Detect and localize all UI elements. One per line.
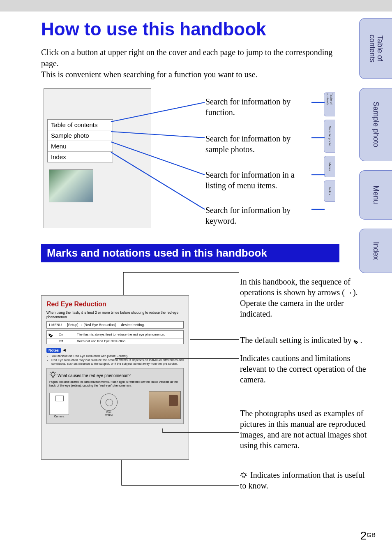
svg-point-9	[242, 473, 246, 477]
sample-page-title: Red Eye Reduction	[46, 301, 184, 308]
mock-menu-item-index: Index	[48, 152, 113, 162]
page-number-value: 2	[360, 529, 367, 542]
sample-manual-page: Red Eye Reduction When using the flash, …	[41, 295, 189, 460]
bulb-icon	[49, 371, 57, 378]
caption-eye: Eye	[100, 411, 118, 414]
tip-text: Pupils become dilated in dark environmen…	[49, 380, 181, 387]
page-number-suffix: GB	[367, 531, 376, 538]
mock-menu-item-menu: Menu	[48, 141, 113, 152]
note-1: You cannot use Red Eye Reduction with [S…	[51, 354, 184, 358]
camera-icon	[49, 393, 69, 415]
tip-title: What causes the red-eye phenomenon?	[49, 371, 181, 378]
note-2: Red Eye Reduction may not produce the de…	[51, 358, 184, 366]
note-default-setting: The default setting is indicated by .	[240, 335, 371, 345]
checkmark-icon	[48, 331, 55, 337]
mock-sample-photo-thumbnail	[49, 169, 93, 202]
tip-image-row: Camera EyeRetina	[49, 389, 181, 421]
diagram-label-function: Search for information by function.	[205, 97, 312, 118]
row-off-desc: Does not use Red Eye Reduction.	[75, 338, 184, 344]
sample-step-box: 1 MENU → [Setup] → [Red Eye Reduction] →…	[46, 321, 184, 329]
row-on-label: On	[57, 331, 75, 338]
page-title: How to use this handbook	[41, 19, 371, 39]
caption-retina: Retina	[100, 414, 118, 417]
sample-page-desc: When using the flash, it is fired 2 or m…	[46, 310, 184, 319]
sample-settings-table: On The flash is always fired to reduce t…	[46, 330, 184, 344]
svg-point-8	[51, 373, 55, 376]
mock-cover-page: Table of contents Sample photo Menu Inde…	[44, 88, 151, 228]
small-tab-toc: Table of contents	[324, 93, 335, 116]
note-useful-info: Indicates information that is useful to …	[240, 470, 371, 491]
bulb-icon-large	[240, 471, 247, 478]
mock-menu-item-sample: Sample photo	[48, 130, 113, 141]
diagram-small-tabs: Table of contents Sample photo Menu Inde…	[324, 93, 335, 202]
sample-photo-icon	[149, 391, 181, 419]
eye-icon	[100, 394, 118, 411]
mock-menu-item-toc: Table of contents	[48, 120, 113, 130]
navigation-diagram: Table of contents Sample photo Menu Inde…	[41, 85, 337, 233]
section-heading-bar: Marks and notations used in this handboo…	[41, 244, 339, 262]
mock-menu-list: Table of contents Sample photo Menu Inde…	[47, 119, 113, 162]
default-checkmark-icon	[354, 338, 360, 344]
small-tab-index: Index	[324, 181, 335, 202]
notes-badge: Notes	[46, 348, 61, 353]
note-reproduced-photos: The photographs used as examples of pict…	[240, 408, 371, 451]
note-cautions: Indicates cautions and limitations relev…	[240, 353, 371, 385]
top-grey-bar	[0, 0, 392, 12]
small-tab-menu: Menu	[324, 156, 335, 177]
diagram-label-menu-items: Search for information in a listing of m…	[205, 170, 312, 191]
intro-paragraph-1: Click on a button at upper right on the …	[41, 47, 345, 69]
page-number: 2GB	[360, 529, 376, 542]
notes-list: You cannot use Red Eye Reduction with [S…	[51, 354, 184, 366]
notations-diagram: Red Eye Reduction When using the flash, …	[41, 272, 345, 502]
check-cell	[47, 331, 57, 338]
note-sequence-arrows: In this handbook, the sequence of operat…	[240, 276, 371, 319]
intro-paragraph-2: This is convenient when searching for a …	[41, 69, 345, 80]
row-on-desc: The flash is always fired to reduce the …	[75, 331, 184, 338]
diagram-label-sample-photos: Search for information by sample photos.	[205, 134, 312, 155]
tip-card: What causes the red-eye phenomenon? Pupi…	[46, 368, 184, 424]
row-off-label: Off	[57, 338, 75, 344]
small-tab-sample: Sample photo	[324, 120, 335, 153]
diagram-label-keyword: Search for information by keyword.	[205, 205, 312, 226]
caption-camera: Camera	[49, 415, 69, 418]
